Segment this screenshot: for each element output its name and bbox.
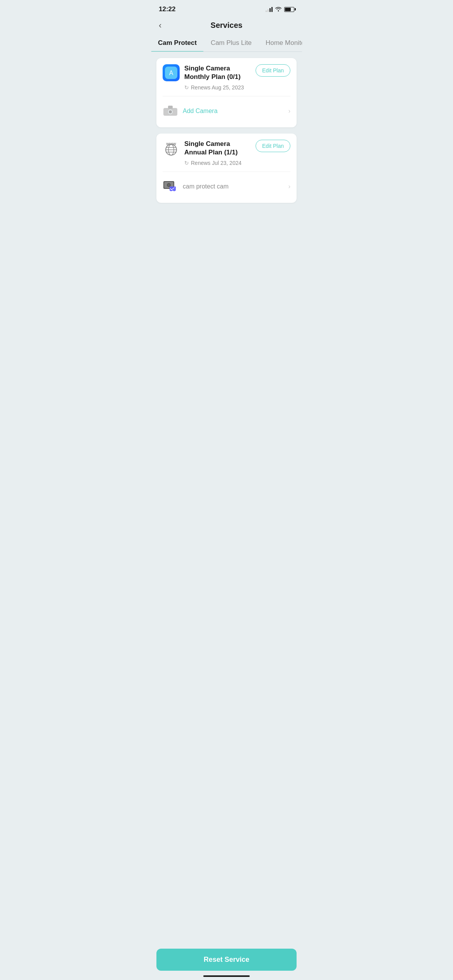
monthly-plan-card: A Single Camera Monthly Plan (0/1) ↻ Ren…	[156, 58, 297, 127]
nav-header: ‹ Services	[151, 16, 302, 34]
back-button[interactable]: ‹	[159, 21, 161, 31]
monthly-plan-title: Single Camera Monthly Plan (0/1)	[184, 64, 244, 81]
svg-rect-5	[168, 106, 173, 109]
cam-protect-cam-chevron-icon: ›	[288, 183, 290, 190]
wifi-icon	[275, 6, 282, 13]
content-area: A Single Camera Monthly Plan (0/1) ↻ Ren…	[151, 52, 302, 254]
signal-icon	[266, 7, 273, 12]
renewal-icon: ↻	[184, 84, 189, 91]
monthly-camera-list: Add Camera ›	[163, 96, 290, 121]
monthly-plan-header: A Single Camera Monthly Plan (0/1) ↻ Ren…	[163, 64, 290, 91]
annual-renewal: ↻ Renews Jul 23, 2024	[184, 160, 242, 166]
annual-renewal-icon: ↻	[184, 160, 189, 166]
cam-protect-cam-row[interactable]: cam protect cam ›	[163, 176, 290, 197]
status-icons	[266, 6, 294, 13]
bottom-spacer	[156, 209, 297, 248]
www-icon: WWW	[163, 140, 180, 157]
status-time: 12:22	[159, 5, 175, 13]
tab-cam-protect[interactable]: Cam Protect	[151, 34, 204, 51]
annual-plan-title: Single Camera Annual Plan (1/1)	[184, 140, 242, 157]
monthly-edit-plan-button[interactable]: Edit Plan	[256, 64, 290, 77]
svg-point-15	[168, 184, 170, 186]
monthly-plan-info: A Single Camera Monthly Plan (0/1) ↻ Ren…	[163, 64, 244, 91]
annual-plan-text: Single Camera Annual Plan (1/1) ↻ Renews…	[184, 140, 242, 166]
annual-camera-list: cam protect cam ›	[163, 171, 290, 197]
monthly-plan-text: Single Camera Monthly Plan (0/1) ↻ Renew…	[184, 64, 244, 91]
svg-text:WWW: WWW	[166, 142, 176, 146]
monthly-renewal: ↻ Renews Aug 25, 2023	[184, 84, 244, 91]
annual-edit-plan-button[interactable]: Edit Plan	[256, 140, 290, 152]
annual-plan-header: WWW Single Camera Annual Plan (1/1) ↻ Re…	[163, 140, 290, 166]
tab-home-monitor[interactable]: Home Monitor	[259, 34, 302, 51]
add-camera-chevron-icon: ›	[288, 108, 290, 115]
tab-bar: Cam Protect Cam Plus Lite Home Monitor	[151, 34, 302, 52]
page-title: Services	[211, 21, 242, 30]
annual-plan-card: WWW Single Camera Annual Plan (1/1) ↻ Re…	[156, 134, 297, 203]
cam-protect-cam-name: cam protect cam	[183, 183, 228, 190]
svg-text:A: A	[169, 70, 173, 76]
svg-point-4	[169, 110, 172, 113]
add-camera-row[interactable]: Add Camera ›	[163, 101, 290, 121]
app-store-icon: A	[163, 64, 180, 81]
add-camera-icon	[163, 103, 178, 119]
cam-protect-camera-icon	[163, 179, 178, 194]
battery-icon	[284, 7, 294, 12]
add-camera-text: Add Camera	[183, 108, 218, 115]
tab-cam-plus-lite[interactable]: Cam Plus Lite	[204, 34, 259, 51]
status-bar: 12:22	[151, 0, 302, 16]
annual-plan-info: WWW Single Camera Annual Plan (1/1) ↻ Re…	[163, 140, 242, 166]
